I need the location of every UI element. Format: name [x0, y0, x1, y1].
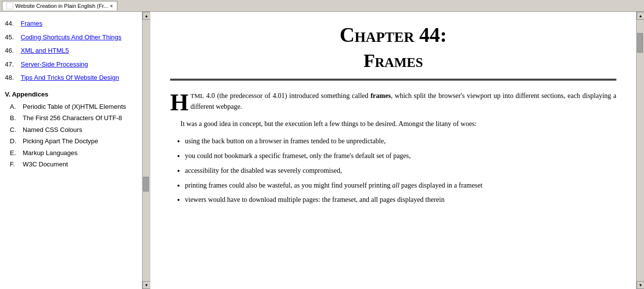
bullet-list: using the back button on a browser in fr… — [185, 135, 616, 206]
alpha-num-e: E. — [10, 148, 21, 158]
alpha-item-f: F. W3C Document — [0, 159, 150, 170]
nav-link-coding-shortcuts[interactable]: Coding Shortcuts And Other Things — [21, 32, 121, 42]
alpha-link-picking-apart[interactable]: Picking Apart The Doctype — [23, 136, 98, 146]
list-item-4: printing frames could also be wasteful, … — [185, 180, 616, 192]
alpha-link-w3c[interactable]: W3C Document — [23, 160, 68, 169]
nav-item-45: 45. Coding Shortcuts And Other Things — [0, 31, 150, 44]
intro-text-1: 4.0 (the predecessor of 4.01) introduced… — [204, 92, 371, 99]
alpha-num-b: B. — [10, 113, 21, 123]
nav-link-server-side[interactable]: Server-Side Processing — [21, 60, 88, 69]
drop-cap-abbr: TML — [190, 92, 204, 99]
scrollbar-thumb[interactable] — [143, 177, 149, 192]
alpha-item-d: D. Picking Apart The Doctype — [0, 135, 150, 147]
alpha-link-periodic-table[interactable]: Periodic Table of (X)HTML Elements — [23, 102, 126, 112]
main-content: Chapter 44: Frames HTML 4.0 (the predece… — [150, 12, 644, 289]
list-item-3: accessibility for the disabled was sever… — [185, 165, 616, 177]
chapter-heading: Chapter 44: — [170, 22, 616, 49]
alpha-item-e: E. Markup Languages — [0, 147, 150, 159]
nav-item-44: 44. Frames — [0, 17, 150, 31]
frames-bold: frames — [370, 92, 391, 99]
alpha-num-d: D. — [10, 136, 21, 146]
content-scrollbar-track — [637, 20, 644, 281]
tab-close-button[interactable]: × — [110, 3, 113, 9]
nav-item-46: 46. XML and HTML5 — [0, 44, 150, 58]
alpha-link-css-colours[interactable]: Named CSS Colours — [23, 125, 82, 135]
nav-link-tips-tricks[interactable]: Tips And Tricks Of Website Design — [21, 73, 119, 83]
italic-all: all — [392, 182, 399, 189]
nav-num: 45. — [5, 32, 19, 42]
alpha-link-utf8[interactable]: The First 256 Characters Of UTF-8 — [23, 113, 122, 123]
alpha-link-markup-languages[interactable]: Markup Languages — [23, 148, 77, 158]
paragraph-2: It was a good idea in concept, but the e… — [170, 119, 616, 129]
content-scrollbar-up[interactable]: ▲ — [637, 12, 644, 20]
alpha-num-f: F. — [10, 160, 21, 169]
alpha-item-b: B. The First 256 Characters Of UTF-8 — [0, 112, 150, 124]
alpha-item-c: C. Named CSS Colours — [0, 124, 150, 136]
browser-chrome: Website Creation in Plain English (Fr...… — [0, 0, 644, 12]
nav-link-frames[interactable]: Frames — [21, 19, 42, 29]
alpha-num-a: A. — [10, 102, 21, 112]
scrollbar-up-arrow[interactable]: ▲ — [143, 12, 150, 20]
tab-bar: Website Creation in Plain English (Fr...… — [2, 1, 117, 10]
alpha-item-a: A. Periodic Table of (X)HTML Elements — [0, 101, 150, 113]
tab-label: Website Creation in Plain English (Fr... — [15, 3, 108, 9]
scrollbar-down-arrow[interactable]: ▼ — [143, 281, 150, 289]
list-item-1: using the back button on a browser in fr… — [185, 135, 616, 147]
nav-num: 48. — [5, 73, 19, 83]
sidebar-scrollbar[interactable]: ▲ ▼ — [142, 12, 150, 289]
tab-icon — [6, 2, 13, 9]
list-item-5: viewers would have to download multiple … — [185, 194, 616, 206]
sidebar: 44. Frames 45. Coding Shortcuts And Othe… — [0, 12, 150, 289]
nav-num: 44. — [5, 19, 19, 29]
drop-cap-letter: H — [170, 93, 188, 113]
nav-num: 46. — [5, 46, 19, 56]
alpha-num-c: C. — [10, 125, 21, 135]
browser-tab[interactable]: Website Creation in Plain English (Fr...… — [2, 1, 117, 10]
list-item-2: you could not bookmark a specific frames… — [185, 150, 616, 162]
content-scrollbar-thumb[interactable] — [637, 33, 643, 53]
content-scrollbar[interactable]: ▲ ▼ — [636, 12, 644, 289]
chapter-divider — [170, 79, 616, 81]
nav-link-xml-html5[interactable]: XML and HTML5 — [21, 46, 69, 56]
appendices-section-header: V. Appendices — [0, 85, 150, 101]
nav-item-48: 48. Tips And Tricks Of Website Design — [0, 71, 150, 85]
content-scrollbar-down[interactable]: ▼ — [637, 281, 644, 289]
scrollbar-track — [143, 20, 150, 281]
intro-paragraph: HTML 4.0 (the predecessor of 4.01) intro… — [170, 91, 616, 113]
chapter-subheading: Frames — [170, 49, 616, 73]
nav-item-47: 47. Server-Side Processing — [0, 58, 150, 71]
main-container: 44. Frames 45. Coding Shortcuts And Othe… — [0, 12, 644, 289]
nav-num: 47. — [5, 60, 19, 69]
